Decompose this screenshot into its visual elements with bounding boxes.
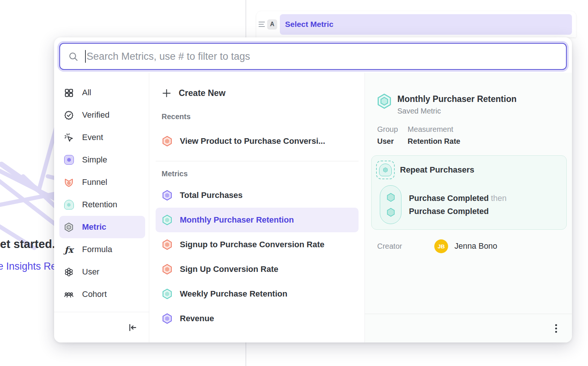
detail-properties: Group User Measurement Retention Rate	[377, 125, 567, 146]
metric-detail-panel: Monthly Purchaser Retention Saved Metric…	[365, 73, 572, 342]
sidebar-item-label: Cohort	[82, 289, 107, 299]
metric-row-label: Weekly Purchase Retention	[180, 289, 287, 299]
select-metric-button[interactable]: Select Metric	[280, 14, 572, 35]
search-area	[54, 37, 572, 73]
metric-hexagon-icon	[162, 313, 173, 324]
retention-definition-icon	[376, 161, 395, 179]
saved-metric-hexagon-icon	[376, 93, 392, 109]
verified-badge-icon	[64, 110, 74, 120]
sidebar-item-label: Retention	[82, 200, 117, 210]
sidebar-item-simple[interactable]: Simple	[54, 149, 149, 171]
metric-hexagon-icon	[162, 239, 173, 250]
step-event-name: Purchase Completed	[409, 207, 489, 216]
search-box	[59, 43, 567, 70]
metric-row-label: Revenue	[180, 314, 214, 323]
metric-definition-card: Repeat Purchasers Purchase Completed the…	[371, 155, 567, 230]
sidebar-item-verified[interactable]: Verified	[54, 104, 149, 126]
property-label: Group	[377, 125, 398, 134]
metric-hexagon-icon	[162, 190, 173, 201]
property-value: Retention Rate	[408, 137, 460, 146]
drag-handle-icon[interactable]	[259, 22, 265, 27]
sidebar-item-label: Simple	[82, 155, 107, 165]
sidebar-item-label: Funnel	[82, 177, 107, 187]
query-builder-row: A Select Metric	[256, 11, 576, 37]
creator-row: Creator JB Jenna Bono	[377, 239, 567, 253]
metric-hexagon-icon	[162, 214, 173, 226]
creator-label: Creator	[377, 242, 434, 251]
metric-row-sign-up-conversion-rate[interactable]: Sign Up Conversion Rate	[156, 257, 359, 282]
sidebar-item-retention[interactable]: Retention	[54, 193, 149, 216]
creator-avatar: JB	[434, 239, 448, 253]
text-caret	[85, 50, 86, 63]
detail-footer	[365, 314, 572, 342]
metric-picker-modal: All Verified	[54, 37, 572, 342]
filter-sidebar: All Verified	[54, 73, 149, 342]
metric-row-label: Total Purchases	[180, 190, 243, 200]
property-group: Group User	[377, 125, 398, 146]
property-label: Measurement	[408, 125, 460, 134]
metric-hexagon-icon	[64, 222, 74, 232]
metric-hexagon-icon	[162, 264, 173, 275]
retention-icon	[64, 200, 74, 210]
sidebar-item-event[interactable]: Event	[54, 126, 149, 149]
step-suffix: then	[491, 194, 507, 203]
sidebar-item-label: User	[82, 267, 99, 277]
recents-heading: Recents	[162, 112, 359, 121]
row-letter-badge[interactable]: A	[267, 19, 277, 30]
cohort-icon	[64, 289, 74, 300]
metric-row-revenue[interactable]: Revenue	[156, 306, 359, 331]
step-hexagon-icon	[386, 207, 396, 217]
metric-row-signup-to-purchase-conversion-rate[interactable]: Signup to Purchase Conversion Rate	[156, 232, 359, 257]
metric-row-label: Signup to Purchase Conversion Rate	[180, 240, 325, 249]
definition-step: Purchase Completed then	[409, 193, 507, 203]
sidebar-item-label: Event	[82, 133, 103, 142]
metrics-heading: Metrics	[162, 170, 359, 179]
sidebar-item-label: All	[82, 88, 91, 97]
step-hexagon-icon	[386, 192, 396, 202]
simple-metric-icon	[64, 155, 74, 165]
metric-row-weekly-purchase-retention[interactable]: Weekly Purchase Retention	[156, 282, 359, 306]
background-headline-fragment: et started.	[0, 238, 55, 251]
metric-hexagon-icon	[162, 136, 173, 147]
sidebar-item-formula[interactable]: ƒx Formula	[54, 238, 149, 261]
sidebar-item-all[interactable]: All	[54, 81, 149, 104]
search-input[interactable]	[87, 51, 565, 62]
create-new-label: Create New	[179, 88, 225, 98]
sidebar-item-metric[interactable]: Metric	[59, 216, 145, 238]
detail-header: Monthly Purchaser Retention Saved Metric	[371, 93, 567, 115]
definition-name: Repeat Purchasers	[400, 165, 474, 175]
cursor-click-icon	[64, 133, 74, 143]
metric-row-monthly-purchaser-retention[interactable]: Monthly Purchaser Retention	[156, 208, 359, 232]
collapse-sidebar-button[interactable]	[126, 321, 139, 334]
sidebar-item-funnel[interactable]: Funnel	[54, 171, 149, 193]
property-measurement: Measurement Retention Rate	[408, 125, 460, 146]
detail-subtitle: Saved Metric	[397, 107, 516, 115]
metric-hexagon-icon	[162, 288, 173, 300]
sidebar-item-label: Verified	[82, 110, 109, 120]
sidebar-item-user[interactable]: User	[54, 261, 149, 283]
search-icon	[68, 52, 78, 62]
metric-list-column: Create New Recents View Product to Purch…	[149, 73, 365, 342]
sidebar-item-label: Formula	[82, 245, 112, 254]
sidebar-item-cohort[interactable]: Cohort	[54, 283, 149, 305]
recent-metric-row[interactable]: View Product to Purchase Conversi...	[156, 129, 359, 153]
plus-icon	[162, 88, 172, 98]
recent-metric-label: View Product to Purchase Conversi...	[180, 136, 325, 146]
definition-step: Purchase Completed	[409, 207, 507, 216]
sidebar-footer	[54, 312, 149, 342]
detail-title: Monthly Purchaser Retention	[397, 94, 516, 104]
create-new-button[interactable]: Create New	[156, 82, 359, 104]
retention-steps-capsule	[380, 185, 401, 224]
metric-row-label: Sign Up Conversion Rate	[180, 264, 278, 274]
funnel-icon	[64, 177, 74, 187]
creator-name: Jenna Bono	[454, 242, 497, 251]
metric-row-total-purchases[interactable]: Total Purchases	[156, 183, 359, 208]
property-value: User	[377, 137, 398, 146]
background-link-fragment[interactable]: e Insights Re	[0, 261, 57, 272]
kebab-menu-icon[interactable]	[553, 322, 559, 335]
user-cluster-icon	[64, 267, 74, 277]
metric-row-label: Monthly Purchaser Retention	[180, 215, 294, 225]
step-event-name: Purchase Completed	[409, 194, 489, 203]
list-divider	[156, 161, 359, 161]
grid-icon	[64, 88, 74, 98]
